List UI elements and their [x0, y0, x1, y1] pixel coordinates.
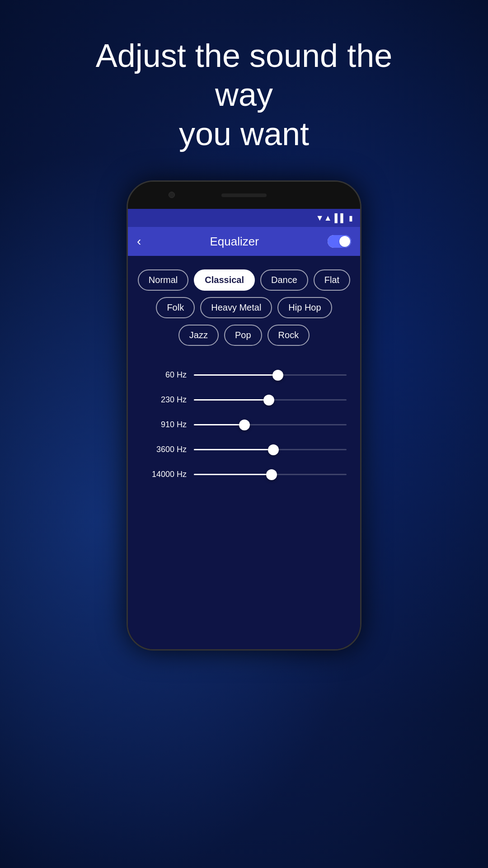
- phone-mockup: ▼▲ ▌▌ ▮ ‹ Equalizer: [127, 180, 361, 651]
- sliders-container: 60 Hz 230 Hz: [128, 361, 360, 488]
- wifi-icon: ▼▲: [316, 213, 332, 223]
- app-title: Equalizer: [210, 235, 258, 249]
- slider-910hz: 910 Hz: [141, 420, 347, 429]
- back-button[interactable]: ‹: [137, 234, 141, 249]
- preset-btn-flat[interactable]: Flat: [314, 269, 350, 291]
- slider-3600hz: 3600 Hz: [141, 445, 347, 454]
- slider-track-230hz[interactable]: [194, 396, 347, 405]
- slider-filled-230hz: [194, 399, 269, 401]
- slider-track-60hz[interactable]: [194, 371, 347, 380]
- signal-icon: ▌▌: [334, 213, 346, 223]
- slider-thumb-910hz[interactable]: [239, 420, 250, 430]
- page-title: Adjust the sound the way you want: [63, 36, 425, 153]
- slider-track-14000hz[interactable]: [194, 470, 347, 479]
- slider-60hz: 60 Hz: [141, 370, 347, 380]
- status-icons: ▼▲ ▌▌ ▮: [316, 213, 353, 223]
- preset-row-1: Normal Classical Dance Flat: [137, 269, 351, 291]
- phone-body: ▼▲ ▌▌ ▮ ‹ Equalizer: [127, 180, 361, 651]
- preset-btn-dance[interactable]: Dance: [260, 269, 308, 291]
- slider-filled-910hz: [194, 424, 244, 425]
- slider-track-3600hz[interactable]: [194, 445, 347, 454]
- phone-top-bar: [128, 182, 360, 209]
- preset-btn-jazz[interactable]: Jazz: [178, 325, 219, 346]
- preset-btn-pop[interactable]: Pop: [224, 325, 262, 346]
- preset-btn-heavy-metal[interactable]: Heavy Metal: [200, 297, 272, 318]
- slider-230hz: 230 Hz: [141, 395, 347, 405]
- toggle-knob: [339, 236, 350, 247]
- preset-btn-folk[interactable]: Folk: [156, 297, 195, 318]
- phone-camera: [169, 192, 175, 198]
- slider-filled-60hz: [194, 374, 278, 376]
- slider-14000hz: 14000 Hz: [141, 470, 347, 479]
- title-line1: Adjust the sound the way: [96, 38, 392, 113]
- slider-label-14000hz: 14000 Hz: [141, 470, 187, 479]
- app-header: ‹ Equalizer: [128, 227, 360, 256]
- preset-row-2: Folk Heavy Metal Hip Hop: [137, 297, 351, 318]
- preset-btn-classical[interactable]: Classical: [194, 269, 255, 291]
- slider-thumb-230hz[interactable]: [263, 395, 274, 406]
- equalizer-toggle[interactable]: [328, 235, 351, 248]
- slider-filled-3600hz: [194, 449, 273, 450]
- preset-row-3: Jazz Pop Rock: [137, 325, 351, 346]
- status-bar: ▼▲ ▌▌ ▮: [128, 209, 360, 227]
- phone-screen: Normal Classical Dance Flat Folk Heavy M…: [128, 256, 360, 651]
- slider-thumb-60hz[interactable]: [272, 370, 283, 381]
- battery-icon: ▮: [349, 214, 353, 222]
- slider-track-910hz[interactable]: [194, 420, 347, 429]
- preset-btn-hip-hop[interactable]: Hip Hop: [277, 297, 332, 318]
- slider-filled-14000hz: [194, 474, 272, 475]
- preset-btn-rock[interactable]: Rock: [267, 325, 310, 346]
- slider-label-230hz: 230 Hz: [141, 395, 187, 405]
- title-line2: you want: [179, 116, 309, 152]
- slider-label-60hz: 60 Hz: [141, 370, 187, 380]
- slider-label-3600hz: 3600 Hz: [141, 445, 187, 454]
- preset-container: Normal Classical Dance Flat Folk Heavy M…: [128, 256, 360, 357]
- slider-thumb-14000hz[interactable]: [266, 469, 277, 480]
- phone-speaker: [221, 193, 267, 197]
- slider-thumb-3600hz[interactable]: [268, 444, 279, 455]
- slider-label-910hz: 910 Hz: [141, 420, 187, 429]
- preset-btn-normal[interactable]: Normal: [138, 269, 188, 291]
